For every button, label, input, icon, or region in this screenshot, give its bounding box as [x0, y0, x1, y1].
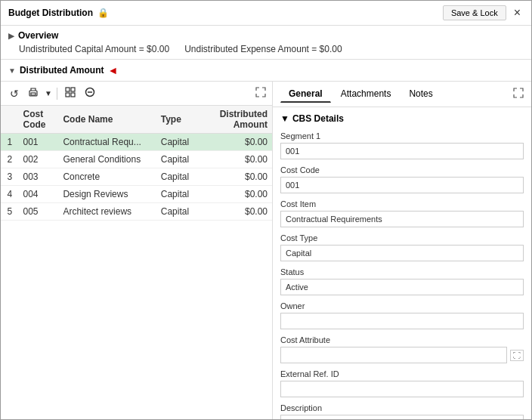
cbs-chevron-icon: ▼ — [280, 113, 289, 124]
cost-item-label: Cost Item — [280, 199, 524, 208]
title-text: Budget Distribution — [8, 8, 93, 18]
cost-item-field: Cost Item Contractual Requirements — [280, 199, 524, 227]
close-button[interactable]: × — [511, 6, 524, 20]
row-amount: $0.00 — [205, 151, 272, 168]
distributed-label: Distributed Amount — [20, 65, 104, 76]
row-num: 4 — [1, 186, 19, 203]
description-field: Description — [280, 403, 524, 420]
svg-rect-3 — [71, 88, 75, 91]
owner-field: Owner — [280, 301, 524, 329]
row-code: 003 — [19, 168, 59, 186]
row-type: Capital — [156, 134, 206, 151]
overview-label: Overview — [18, 30, 58, 41]
row-code: 005 — [19, 203, 59, 221]
row-num: 1 — [1, 134, 19, 151]
grid-button[interactable] — [62, 85, 79, 101]
cost-type-label: Cost Type — [280, 233, 524, 242]
print-button[interactable] — [25, 85, 42, 101]
lock-icon: 🔒 — [97, 8, 109, 18]
left-toolbar: ↺ ▼ — [1, 82, 272, 106]
cost-attribute-label: Cost Attribute — [280, 335, 524, 344]
cost-attribute-row: ⛶ — [280, 347, 524, 363]
col-header-num — [1, 106, 19, 134]
row-type: Capital — [156, 186, 206, 203]
row-amount: $0.00 — [205, 186, 272, 203]
cost-attribute-expand-icon[interactable]: ⛶ — [510, 350, 524, 361]
description-label: Description — [280, 403, 524, 412]
save-lock-button[interactable]: Save & Lock — [443, 5, 506, 20]
cost-code-label: Cost Code — [280, 165, 524, 174]
right-panel-content: ▼ CBS Details Segment 1 001 Cost Code 00… — [273, 107, 531, 420]
overview-section: ▶ Overview Undistributed Capital Amount … — [1, 26, 531, 60]
row-name: Design Reviews — [58, 186, 156, 203]
right-panel: General Attachments Notes ▼ CBS Details — [273, 82, 531, 420]
col-header-code: Cost Code — [19, 106, 59, 134]
row-type: Capital — [156, 203, 206, 221]
row-code: 002 — [19, 151, 59, 168]
print-dropdown-icon[interactable]: ▼ — [45, 89, 52, 97]
red-arrow-icon: ◄ — [107, 64, 118, 76]
external-ref-value — [280, 381, 524, 397]
expand-right-icon[interactable] — [513, 88, 524, 100]
svg-rect-4 — [66, 93, 70, 97]
col-header-amount: DistributedAmount — [205, 106, 272, 134]
tab-attachments[interactable]: Attachments — [332, 85, 400, 103]
overview-header[interactable]: ▶ Overview — [8, 30, 524, 41]
dialog-header: Budget Distribution 🔒 Save & Lock × — [1, 1, 531, 26]
cbs-section-label: CBS Details — [292, 113, 344, 124]
row-type: Capital — [156, 168, 206, 186]
row-amount: $0.00 — [205, 203, 272, 221]
row-code: 001 — [19, 134, 59, 151]
tab-general[interactable]: General — [280, 85, 331, 103]
status-value: Active — [280, 279, 524, 295]
main-content: ↺ ▼ — [1, 82, 531, 420]
undistributed-capital: Undistributed Capital Amount = $0.00 — [19, 44, 169, 54]
cost-code-value: 001 — [280, 177, 524, 193]
cbs-section-header[interactable]: ▼ CBS Details — [280, 113, 524, 124]
row-type: Capital — [156, 151, 206, 168]
table-row[interactable]: 5 005 Architect reviews Capital $0.00 — [1, 203, 272, 221]
cost-table: Cost Code Code Name Type DistributedAmou… — [1, 106, 272, 221]
undistributed-expense: Undistributed Expense Amount = $0.00 — [184, 44, 342, 54]
overview-chevron-icon: ▶ — [8, 32, 14, 40]
row-num: 2 — [1, 151, 19, 168]
remove-button[interactable] — [82, 85, 98, 101]
table-row[interactable]: 1 001 Contractual Requ... Capital $0.00 — [1, 134, 272, 151]
cost-type-field: Cost Type Capital — [280, 233, 524, 261]
row-amount: $0.00 — [205, 168, 272, 186]
toolbar-divider — [57, 88, 57, 100]
table-header-row: Cost Code Code Name Type DistributedAmou… — [1, 106, 272, 134]
status-label: Status — [280, 267, 524, 276]
refresh-button[interactable]: ↺ — [7, 86, 22, 101]
distributed-section-header[interactable]: ▼ Distributed Amount ◄ — [1, 60, 531, 82]
external-ref-field: External Ref. ID — [280, 369, 524, 397]
svg-rect-1 — [31, 93, 36, 95]
row-name: Concrete — [58, 168, 156, 186]
segment-field: Segment 1 001 — [280, 131, 524, 159]
cost-attribute-value — [280, 347, 507, 363]
owner-value — [280, 313, 524, 329]
overview-amounts: Undistributed Capital Amount = $0.00 Und… — [8, 44, 524, 54]
table-container: Cost Code Code Name Type DistributedAmou… — [1, 106, 272, 420]
owner-label: Owner — [280, 301, 524, 310]
svg-rect-2 — [66, 88, 70, 91]
table-row[interactable]: 4 004 Design Reviews Capital $0.00 — [1, 186, 272, 203]
row-name: Contractual Requ... — [58, 134, 156, 151]
segment-value: 001 — [280, 143, 524, 159]
cost-attribute-field: Cost Attribute ⛶ — [280, 335, 524, 363]
right-panel-header: General Attachments Notes — [273, 82, 531, 107]
tabs-container: General Attachments Notes — [280, 85, 441, 103]
col-header-name: Code Name — [58, 106, 156, 134]
description-value — [280, 415, 524, 420]
table-row[interactable]: 3 003 Concrete Capital $0.00 — [1, 168, 272, 186]
table-row[interactable]: 2 002 General Conditions Capital $0.00 — [1, 151, 272, 168]
status-field: Status Active — [280, 267, 524, 295]
expand-table-icon[interactable] — [255, 87, 266, 100]
svg-rect-5 — [71, 93, 75, 97]
tab-notes[interactable]: Notes — [401, 85, 441, 103]
row-num: 5 — [1, 203, 19, 221]
table-body: 1 001 Contractual Requ... Capital $0.00 … — [1, 134, 272, 221]
distributed-chevron-icon: ▼ — [8, 66, 16, 75]
row-name: Architect reviews — [58, 203, 156, 221]
left-panel: ↺ ▼ — [1, 82, 273, 420]
